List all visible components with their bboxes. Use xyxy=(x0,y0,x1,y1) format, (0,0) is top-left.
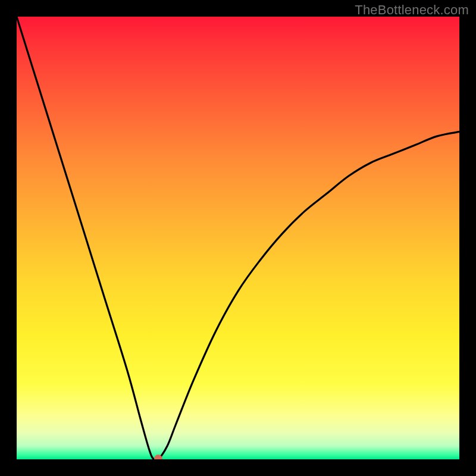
bottleneck-curve xyxy=(17,17,459,459)
plot-area xyxy=(17,17,459,459)
chart-frame: TheBottleneck.com xyxy=(0,0,476,476)
curve-svg xyxy=(17,17,459,459)
watermark-text: TheBottleneck.com xyxy=(355,2,469,18)
